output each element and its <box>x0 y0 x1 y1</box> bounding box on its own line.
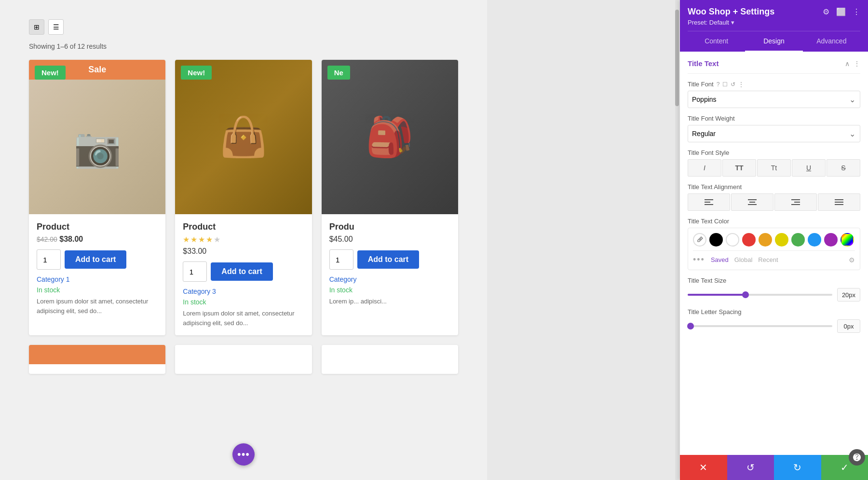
color-settings-icon[interactable]: ⚙ <box>849 256 855 264</box>
title-text-size-label-text: Title Text Size <box>688 277 726 284</box>
scrollbar[interactable] <box>675 0 679 480</box>
add-to-cart-button[interactable]: Add to cart <box>65 250 126 269</box>
title-text-color-label-text: Title Text Color <box>688 218 729 225</box>
quantity-input[interactable] <box>329 249 353 270</box>
product-category[interactable]: Category 3 <box>183 288 304 295</box>
product-info: Product $42.00 $38.00 Add to cart Catego… <box>29 214 165 323</box>
tab-content[interactable]: Content <box>688 31 745 52</box>
undo-button[interactable]: ↺ <box>727 455 774 480</box>
color-red[interactable] <box>742 233 756 247</box>
slider-thumb[interactable] <box>742 291 749 298</box>
main-content: ⊞ ☰ Showing 1–6 of 12 results Sale New! … <box>0 0 487 480</box>
save-icon: ✓ <box>841 462 849 473</box>
color-tab-global[interactable]: Global <box>734 256 753 263</box>
price-regular: $45.00 <box>329 235 353 243</box>
align-center-button[interactable] <box>731 193 773 211</box>
product-image-wrap: Sale New! <box>29 60 165 214</box>
italic-button[interactable]: I <box>688 159 721 177</box>
color-yellow[interactable] <box>775 233 788 247</box>
copy-icon[interactable]: ☐ <box>722 81 728 88</box>
title-letter-spacing-label: Title Letter Spacing <box>688 308 860 315</box>
product-image <box>175 60 312 214</box>
new-badge: New! <box>35 66 66 80</box>
add-to-cart-button[interactable]: Add to cart <box>357 250 419 269</box>
panel-header-icons: ⚙ ⬜ ⋮ <box>823 7 860 16</box>
align-justify-button[interactable] <box>818 193 860 211</box>
color-tab-saved[interactable]: Saved <box>711 256 729 263</box>
underline-button[interactable]: U <box>792 159 826 177</box>
eyedropper-button[interactable] <box>693 233 706 247</box>
title-text-size-label: Title Text Size <box>688 277 860 284</box>
align-right-button[interactable] <box>774 193 817 211</box>
panel-tabs: Content Design Advanced <box>688 31 860 52</box>
star-1: ★ <box>183 235 190 244</box>
title-text-alignment-setting: Title Text Alignment <box>688 183 860 211</box>
product-price: $33.00 <box>183 247 304 256</box>
price-sale: $38.00 <box>59 235 83 243</box>
collapse-icon[interactable]: ∧ <box>845 60 850 68</box>
title-font-weight-label-text: Title Font Weight <box>688 115 735 122</box>
more-icon[interactable]: ⋮ <box>853 7 860 16</box>
title-letter-spacing-slider[interactable] <box>688 325 832 327</box>
help-icon[interactable]: ? <box>717 81 720 88</box>
product-image-wrap: New! <box>175 60 312 214</box>
title-font-select[interactable]: Poppins <box>688 91 860 108</box>
color-orange[interactable] <box>759 233 772 247</box>
add-to-cart-row: Add to cart <box>37 249 158 270</box>
strikethrough-button[interactable]: S <box>827 159 860 177</box>
tab-advanced[interactable]: Advanced <box>803 31 860 52</box>
title-font-weight-label: Title Font Weight <box>688 115 860 122</box>
section-more-icon[interactable]: ⋮ <box>854 60 860 68</box>
product-stock: In stock <box>37 286 158 294</box>
add-to-cart-row: Add to cart <box>329 249 450 270</box>
product-price: $42.00 $38.00 <box>37 235 158 244</box>
title-font-weight-select[interactable]: Regular Bold Light <box>688 125 860 142</box>
quantity-input[interactable] <box>183 261 207 282</box>
color-black[interactable] <box>709 233 723 247</box>
uppercase-button[interactable]: TT <box>722 159 756 177</box>
panel-title-row: Woo Shop + Settings ⚙ ⬜ ⋮ <box>688 7 860 17</box>
tab-design[interactable]: Design <box>745 31 802 52</box>
title-text-size-setting: Title Text Size 20px <box>688 277 860 302</box>
scroll-thumb <box>675 10 679 106</box>
panel-preset[interactable]: Preset: Default ▾ <box>688 19 860 26</box>
star-5: ★ <box>214 235 220 244</box>
title-text-size-slider[interactable] <box>688 294 832 296</box>
product-title: Product <box>183 222 304 232</box>
preset-label: Preset: Default <box>688 19 729 26</box>
title-font-style-label-text: Title Font Style <box>688 149 729 156</box>
add-to-cart-button[interactable]: Add to cart <box>211 262 272 281</box>
color-more-icon[interactable]: ••• <box>693 255 705 265</box>
color-tab-recent[interactable]: Recent <box>758 256 778 263</box>
title-letter-spacing-setting: Title Letter Spacing 0px <box>688 308 860 333</box>
product-price: $45.00 <box>329 235 450 244</box>
color-green[interactable] <box>791 233 805 247</box>
title-text-size-value: 20px <box>837 288 860 302</box>
align-left-button[interactable] <box>688 193 730 211</box>
layout-icon[interactable]: ⬜ <box>836 7 846 16</box>
color-purple[interactable] <box>824 233 838 247</box>
color-gradient[interactable] <box>841 233 854 247</box>
bottom-action-bar: ✕ ↺ ↻ ✓ <box>680 455 868 480</box>
product-category[interactable]: Category <box>329 275 450 283</box>
price-regular: $33.00 <box>183 247 206 255</box>
title-letter-spacing-value: 0px <box>837 319 860 333</box>
fab-button[interactable]: ••• <box>232 443 255 466</box>
quantity-input[interactable] <box>37 249 61 270</box>
more-options-icon[interactable]: ⋮ <box>738 81 744 88</box>
new-badge: Ne <box>327 66 350 80</box>
capitalize-button[interactable]: Tt <box>757 159 791 177</box>
color-blue[interactable] <box>808 233 821 247</box>
product-category[interactable]: Category 1 <box>37 275 158 283</box>
settings-icon[interactable]: ⚙ <box>823 7 829 16</box>
list-view-button[interactable]: ☰ <box>48 19 64 35</box>
grid-view-button[interactable]: ⊞ <box>29 19 44 35</box>
color-white[interactable] <box>726 233 739 247</box>
reset-icon[interactable]: ↺ <box>731 81 735 88</box>
help-fab-button[interactable] <box>849 449 865 466</box>
cancel-button[interactable]: ✕ <box>680 455 727 480</box>
slider-thumb[interactable] <box>687 323 694 329</box>
title-text-alignment-label: Title Text Alignment <box>688 183 860 191</box>
redo-button[interactable]: ↻ <box>774 455 821 480</box>
title-font-select-wrap: Poppins <box>688 91 860 108</box>
